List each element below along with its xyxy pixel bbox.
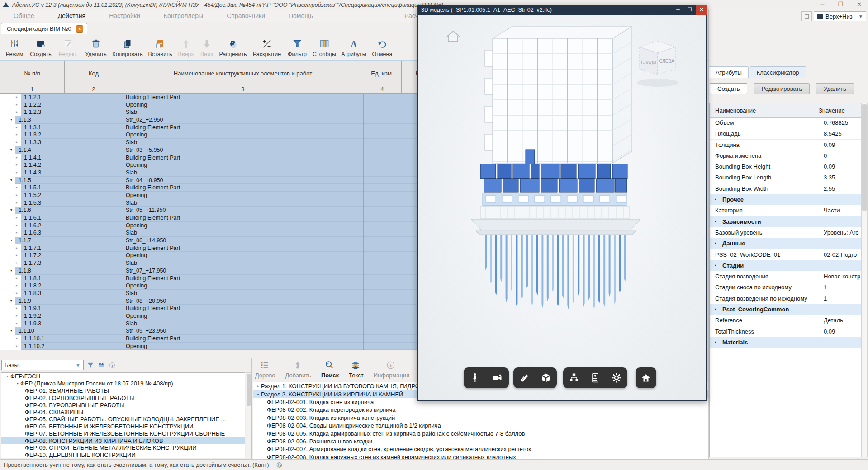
toolbar-button-funnel[interactable]: Фильтр [285,37,309,60]
settings-icon[interactable] [610,372,623,384]
viewer-close-button[interactable]: ✕ [696,5,707,15]
attribute-row[interactable]: Объем0.768825 [710,118,861,128]
expand-arrow-icon[interactable]: ▸ [16,125,18,129]
toolbar-button-copy[interactable]: Копировать [110,37,145,60]
norms-list-item[interactable]: ФЕР08-02-006. Расшивка швов кладки [253,437,708,445]
menu-item-6[interactable]: Помощь [289,12,313,19]
table-row[interactable]: ▸1.1.6.3Slab [0,229,437,237]
table-row[interactable]: ▾1.1.10Str_09_+23.950 [0,327,437,335]
tab-attributes[interactable]: Атрибуты [709,66,749,78]
camera-icon[interactable] [491,372,504,384]
attribute-section-row[interactable]: ▴Зависимости [710,216,861,227]
cube-icon[interactable] [539,372,553,384]
bases-tree-item[interactable]: ФЕР-06. БЕТОННЫЕ И ЖЕЛЕЗОБЕТОННЫЕ КОНСТР… [1,423,245,430]
attribute-row[interactable]: Стадия возведения по исходному1 [710,293,861,304]
toolbar-button-undo[interactable]: Отмена [369,37,395,60]
collapse-arrow-icon[interactable]: ▴ [715,263,716,267]
table-row[interactable]: ▾1.1.4Str_03_+5.950 [0,146,437,154]
folder-icon[interactable] [97,361,105,369]
structure-icon[interactable] [567,372,581,384]
ruler-icon[interactable] [517,372,531,384]
maximize-button[interactable]: ❐ [838,1,843,8]
expand-arrow-icon[interactable]: ▸ [16,306,18,310]
collapse-arrow-icon[interactable]: ▾ [10,238,12,242]
viewer-minimize-button[interactable]: ─ [672,5,684,15]
collapse-arrow-icon[interactable]: ▾ [255,392,261,396]
expand-arrow-icon[interactable]: ▸ [16,314,18,318]
expand-arrow-icon[interactable]: ▸ [16,216,18,220]
expand-arrow-icon[interactable]: ▸ [16,170,18,174]
layout-toggle-button[interactable] [801,11,812,21]
norms-button-layers[interactable]: Текст [349,360,364,379]
create-attribute-button[interactable]: Создать [710,83,747,94]
attribute-row[interactable]: Форма изменена0 [710,150,861,161]
attribute-section-row[interactable]: ▴Materials [710,337,861,348]
expand-arrow-icon[interactable]: ▸ [16,253,18,257]
attribute-row[interactable]: Толщина0.09 [710,140,861,150]
bases-combobox[interactable]: Базы ▼ [1,360,84,370]
bases-tree-item[interactable]: ФЕР-01. ЗЕМЛЯНЫЕ РАБОТЫ [1,387,245,395]
properties-icon[interactable] [588,372,602,384]
norms-list-item[interactable]: ФЕР08-02-003. Кладка из кирпича конструк… [253,414,708,422]
table-row[interactable]: ▸1.1.4.1Building Element Part [0,154,437,162]
toolbar-button-trash[interactable]: Удалить [82,37,109,60]
table-row[interactable]: ▸1.1.8.3Slab [0,290,437,297]
attribute-section-row[interactable]: ▴Стадии [710,260,861,271]
collapse-arrow-icon[interactable]: ▾ [15,381,20,385]
expand-arrow-icon[interactable]: ▸ [16,95,18,99]
expand-arrow-icon[interactable]: ▸ [16,344,18,348]
table-row[interactable]: ▸1.1.2.2Opening [0,101,437,109]
table-row[interactable]: ▾1.1.5Str_04_+8.950 [0,177,437,184]
expand-arrow-icon[interactable]: ▸ [16,140,18,144]
attribute-row[interactable]: Стадии сноса по исходному1 [710,282,861,293]
funnel-small-icon[interactable] [86,361,95,369]
attribute-section-row[interactable]: ▴Pset_CoveringCommon [710,304,861,315]
table-row[interactable]: ▾1.1.6Str_05_+11.950 [0,207,437,214]
collapse-arrow-icon[interactable]: ▴ [715,197,716,201]
info-icon[interactable]: i [108,361,116,369]
attribute-row[interactable]: КатегорияЧасти [710,205,861,216]
collapse-arrow-icon[interactable]: ▾ [10,148,12,152]
bases-tree-item[interactable]: ФЕР-08. КОНСТРУКЦИИ ИЗ КИРПИЧА И БЛОКОВ [1,437,245,444]
expand-arrow-icon[interactable]: ▸ [16,193,18,197]
spec-column-header[interactable]: Наименование конструктивных элементов и … [123,61,363,85]
collapse-arrow-icon[interactable]: ▾ [10,208,12,212]
toolbar-button-sliders[interactable]: Режим [3,37,26,60]
spec-column-header[interactable]: Ед. изм. [363,61,402,85]
bases-scrollbar[interactable] [246,372,251,458]
minimize-button[interactable]: ─ [820,1,824,8]
menu-item-1[interactable]: Общее [14,12,34,19]
table-row[interactable]: ▸1.1.7.1Building Element Part [0,244,437,252]
norms-list-item[interactable]: ФЕР08-02-002. Кладка перегородок из кирп… [253,406,708,414]
table-row[interactable]: ▸1.1.3.1Building Element Part [0,124,437,132]
table-row[interactable]: ▾1.1.8Str_07_+17.950 [0,267,437,275]
attribute-row[interactable]: TotalThickness0.09 [710,326,861,337]
collapse-arrow-icon[interactable]: ▴ [715,241,716,245]
expand-arrow-icon[interactable]: ▸ [16,230,18,235]
expand-arrow-icon[interactable]: ▸ [255,384,261,388]
norms-button-info[interactable]: iИнформация [374,360,410,379]
home-icon[interactable] [639,372,653,384]
expand-arrow-icon[interactable]: ▸ [16,261,18,265]
bases-tree-item[interactable]: ФЕР-05. СВАЙНЫЕ РАБОТЫ. ОПУСКНЫЕ КОЛОДЦЫ… [1,416,245,423]
spec-column-header[interactable]: № п/п [0,61,65,85]
expand-arrow-icon[interactable]: ▸ [16,291,18,295]
norms-list-item[interactable]: ФЕР08-02-007. Армирование кладки стен, к… [253,445,708,453]
table-row[interactable]: ▾1.1.9Str_08_+20.950 [0,297,437,305]
table-row[interactable]: ▸1.1.9.1Building Element Part [0,305,437,312]
tab-classifier[interactable]: Классификатор [750,66,806,78]
attribute-row[interactable]: Bounding Box Height0.09 [710,161,861,172]
delete-attribute-button[interactable]: Удалить [816,83,854,94]
bases-tree-item[interactable]: ФЕР-10. ДЕРЕВЯННЫЕ КОНСТРУКЦИИ [1,451,245,458]
table-row[interactable]: ▸1.1.4.2Opening [0,161,437,169]
attribute-row[interactable]: Базовый уровеньУровень: Arc [710,227,861,238]
toolbar-button-attributes[interactable]: ААтрибуты [339,37,368,60]
collapse-arrow-icon[interactable]: ▴ [715,340,716,344]
bases-tree-item[interactable]: ФЕР-07. БЕТОННЫЕ И ЖЕЛЕЗОБЕТОННЫЕ КОНСТР… [1,430,245,437]
attribute-row[interactable]: Площадь8.5425 [710,128,861,139]
table-row[interactable]: ▸1.1.9.3Slab [0,320,437,328]
norms-list-item[interactable]: ФЕР08-02-005. Кладка армированных стен и… [253,429,708,437]
expand-arrow-icon[interactable]: ▸ [16,201,18,205]
viewer-titlebar[interactable]: 3D модель (_SP1.01.005.1_A1_AEC_Str-02_v… [417,5,707,15]
table-row[interactable]: ▸1.1.7.2Opening [0,252,437,259]
